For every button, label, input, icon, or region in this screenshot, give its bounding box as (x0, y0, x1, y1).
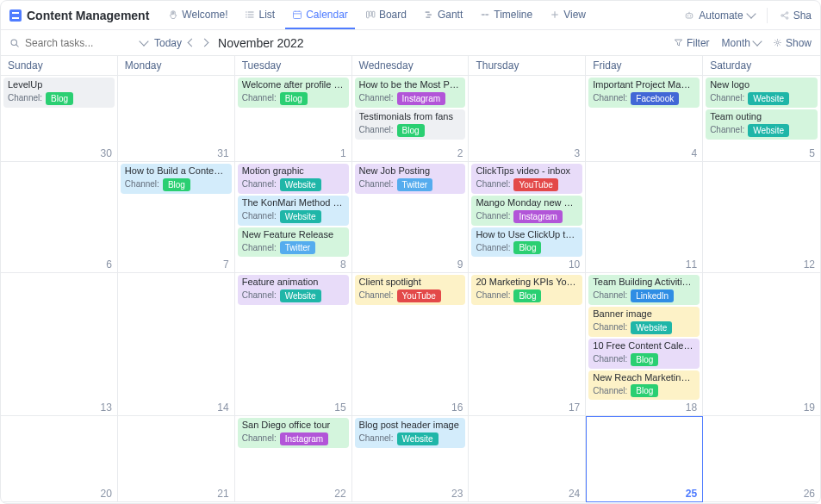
calendar-cell[interactable]: 21 (118, 416, 235, 502)
date-number: 13 (100, 401, 111, 414)
channel-chip: Website (748, 92, 789, 105)
range-selector[interactable]: Month (722, 37, 761, 49)
calendar-cell[interactable]: New logoChannel:WebsiteTeam outingChanne… (703, 76, 820, 162)
share-button[interactable]: Sha (780, 9, 812, 22)
calendar-grid: LevelUpChannel:Blog3031Welcome after pro… (1, 76, 820, 502)
calendar-cell[interactable]: 3 (469, 76, 586, 162)
calendar-cell[interactable]: Team Building Activities: 25 ExChannel:L… (586, 273, 703, 416)
calendar-event[interactable]: ClickTips video - inboxChannel:YouTube (471, 164, 582, 194)
calendar-event[interactable]: The KonMari Method for ProjectChannel:We… (238, 196, 349, 226)
view-tab-view[interactable]: View (543, 1, 593, 29)
show-button[interactable]: Show (773, 37, 812, 49)
day-header: Saturday (703, 56, 820, 76)
svg-rect-13 (425, 11, 429, 13)
chevron-down-icon[interactable] (139, 36, 148, 46)
channel-chip: LinkedIn (631, 289, 674, 302)
search-input[interactable] (25, 37, 120, 49)
svg-point-30 (11, 40, 16, 45)
view-tab-welcome[interactable]: Welcome! (161, 1, 234, 29)
view-tab-timeline[interactable]: Timeline (473, 1, 539, 29)
view-tab-list[interactable]: List (238, 1, 282, 29)
calendar-cell[interactable]: 19 (703, 273, 820, 416)
channel-chip: Blog (46, 92, 73, 105)
calendar-event[interactable]: How to Build a Content CreationChannel:B… (121, 164, 232, 194)
channel-chip: YouTube (513, 178, 557, 191)
event-title: New Reach Marketing: How Cl (593, 372, 695, 384)
gantt-icon (424, 9, 434, 20)
event-channel: Channel:Website (242, 210, 345, 223)
calendar-cell[interactable]: How to Build a Content CreationChannel:B… (118, 162, 235, 273)
calendar-cell[interactable]: 20 (1, 416, 118, 502)
calendar-cell[interactable]: 11 (586, 162, 703, 273)
calendar-event[interactable]: Feature animationChannel:Website (238, 275, 349, 305)
calendar-cell[interactable]: Welcome after profile sign-upChannel:Blo… (235, 76, 352, 162)
calendar-cell[interactable]: Blog post header imageChannel:Website23 (352, 416, 470, 502)
calendar-cell[interactable]: 31 (118, 76, 235, 162)
calendar-event[interactable]: Important Project ManagementChannel:Face… (588, 78, 700, 108)
calendar-event[interactable]: San Diego office tourChannel:Instagram (238, 418, 349, 448)
prev-month-button[interactable] (188, 39, 196, 47)
channel-chip: Twitter (280, 241, 315, 254)
calendar-cell[interactable]: New Job PostingChannel:Twitter9 (352, 162, 470, 273)
calendar-event[interactable]: Client spotlightChannel:YouTube (355, 275, 466, 305)
event-channel: Channel:YouTube (359, 289, 462, 302)
svg-point-5 (246, 16, 248, 18)
event-title: Banner image (593, 308, 695, 320)
calendar-cell[interactable]: Feature animationChannel:Website15 (235, 273, 352, 416)
svg-point-4 (246, 14, 248, 16)
calendar-event[interactable]: Welcome after profile sign-upChannel:Blo… (238, 78, 349, 108)
channel-chip: Website (748, 124, 789, 137)
automate-button[interactable]: Automate (684, 9, 754, 22)
today-button[interactable]: Today (154, 37, 182, 49)
calendar-cell[interactable]: 25 (586, 416, 703, 502)
calendar-cell[interactable]: Client spotlightChannel:YouTube16 (352, 273, 470, 416)
calendar-icon (292, 9, 302, 20)
calendar-event[interactable]: Team outingChannel:Website (706, 109, 818, 140)
event-channel: Channel:Blog (593, 353, 695, 366)
view-tab-label: Calendar (306, 9, 348, 21)
calendar-event[interactable]: 10 Free Content Calendar TempChannel:Blo… (588, 339, 700, 369)
calendar-event[interactable]: New Feature ReleaseChannel:Twitter (238, 227, 349, 258)
calendar-cell[interactable]: How to be the Most ProductiveChannel:Ins… (352, 76, 470, 162)
calendar-event[interactable]: New Job PostingChannel:Twitter (355, 164, 466, 194)
calendar-event[interactable]: Motion graphicChannel:Website (238, 164, 349, 194)
date-number: 6 (106, 258, 112, 271)
calendar-day-header: SundayMondayTuesdayWednesdayThursdayFrid… (1, 56, 820, 76)
svg-rect-6 (294, 11, 302, 18)
calendar-cell[interactable]: 13 (1, 273, 118, 416)
calendar-event[interactable]: Mango Monday new employeeChannel:Instagr… (471, 196, 582, 226)
calendar-event[interactable]: LevelUpChannel:Blog (3, 78, 115, 108)
calendar-cell[interactable]: LevelUpChannel:Blog30 (1, 76, 118, 162)
date-number: 20 (100, 488, 111, 500)
calendar-cell[interactable]: Motion graphicChannel:WebsiteThe KonMari… (235, 162, 352, 273)
event-channel: Channel:Website (710, 124, 813, 137)
channel-chip: Website (631, 321, 672, 334)
calendar-event[interactable]: 20 Marketing KPIs You Need toChannel:Blo… (471, 275, 582, 305)
event-channel: Channel:Blog (242, 92, 345, 105)
calendar-event[interactable]: Blog post header imageChannel:Website (355, 418, 466, 448)
list-icon (245, 9, 255, 20)
filter-button[interactable]: Filter (674, 37, 710, 49)
event-channel: Channel:Instagram (476, 210, 578, 223)
calendar-event[interactable]: How to Use ClickUp to SucceedChannel:Blo… (471, 227, 582, 258)
calendar-cell[interactable]: 26 (703, 416, 820, 502)
calendar-event[interactable]: New Reach Marketing: How ClChannel:Blog (588, 370, 700, 401)
calendar-cell[interactable]: 14 (118, 273, 235, 416)
calendar-cell[interactable]: 24 (469, 416, 586, 502)
calendar-event[interactable]: Testimonials from fansChannel:Blog (355, 109, 466, 140)
calendar-event[interactable]: How to be the Most ProductiveChannel:Ins… (355, 78, 466, 108)
calendar-cell[interactable]: ClickTips video - inboxChannel:YouTubeMa… (469, 162, 586, 273)
calendar-event[interactable]: New logoChannel:Website (706, 78, 818, 108)
calendar-event[interactable]: Banner imageChannel:Website (588, 307, 700, 337)
view-tab-board[interactable]: Board (358, 1, 414, 29)
view-tab-gantt[interactable]: Gantt (417, 1, 470, 29)
calendar-cell[interactable]: Important Project ManagementChannel:Face… (586, 76, 703, 162)
calendar-event[interactable]: Team Building Activities: 25 ExChannel:L… (588, 275, 700, 305)
view-tab-calendar[interactable]: Calendar (285, 1, 355, 29)
calendar-cell[interactable]: 20 Marketing KPIs You Need toChannel:Blo… (469, 273, 586, 416)
next-month-button[interactable] (201, 39, 209, 47)
calendar-cell[interactable]: 6 (1, 162, 118, 273)
svg-point-23 (690, 15, 692, 16)
calendar-cell[interactable]: 12 (703, 162, 820, 273)
calendar-cell[interactable]: San Diego office tourChannel:Instagram22 (235, 416, 352, 502)
